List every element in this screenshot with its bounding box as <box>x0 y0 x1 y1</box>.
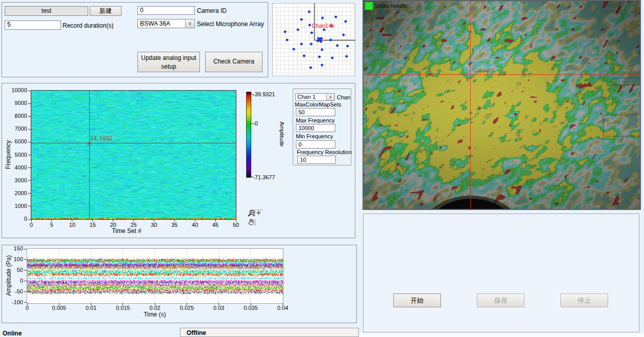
svg-text:Chan14: Chan14 <box>312 23 332 29</box>
